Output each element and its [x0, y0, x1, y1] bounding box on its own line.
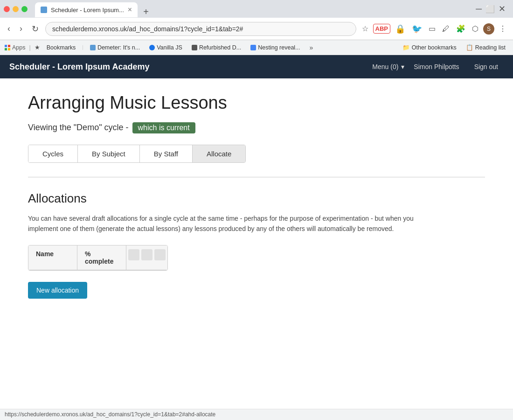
minimize-button[interactable]	[13, 6, 19, 12]
screenshare-icon[interactable]: ⬡	[470, 22, 480, 35]
signout-button[interactable]: Sign out	[469, 59, 504, 74]
new-allocation-button[interactable]: New allocation	[28, 282, 87, 299]
menu-dropdown-icon: ▾	[401, 63, 404, 70]
tab-allocate[interactable]: Allocate	[193, 145, 245, 162]
reading-list-label: Reading list	[475, 44, 506, 51]
status-url: https://schedulerdemo.xronos.uk/ad_hoc_d…	[5, 411, 215, 418]
bookmarks-overflow[interactable]: »	[307, 43, 316, 52]
col-actions-header	[126, 245, 167, 270]
bookmark-demeter-label: Demeter: It's n...	[97, 44, 140, 51]
bookmark-nesting[interactable]: Nesting reveal...	[248, 43, 303, 52]
bookmark-nesting-label: Nesting reveal...	[258, 44, 300, 51]
action-btn-2[interactable]	[141, 249, 153, 260]
reading-list-folder[interactable]: 📋 Reading list	[463, 43, 508, 52]
cycle-badge: which is current	[132, 122, 195, 133]
extension-icon-2[interactable]: 🐦	[410, 22, 424, 36]
address-input[interactable]	[45, 22, 356, 36]
back-button[interactable]: ‹	[5, 23, 13, 35]
demeter-icon	[90, 45, 96, 50]
allocations-table: Name % complete	[28, 245, 168, 271]
user-name: Simon Philpotts	[414, 63, 459, 70]
maximize-button[interactable]	[21, 6, 28, 12]
toolbar-icons: ☆ ABP 🔒 🐦 ▭ 🖊 🧩 ⬡ S ⋮	[360, 22, 508, 36]
tab-bar: Scheduler - Lorem Ipsum... × +	[31, 0, 472, 17]
tab-favicon	[41, 7, 47, 13]
nesting-icon	[250, 45, 256, 50]
bookmark-refurbished[interactable]: Refurbished D...	[189, 43, 244, 52]
extension-icon-3[interactable]: 🖊	[440, 23, 451, 35]
reading-list-icon: 📋	[466, 44, 473, 51]
apps-button[interactable]: Apps	[5, 44, 26, 51]
tab-by-subject[interactable]: By Subject	[78, 145, 140, 162]
menu-dropdown[interactable]: Menu (0) ▾	[372, 63, 404, 70]
main-content: Arranging Music Lessons Viewing the "Dem…	[0, 78, 513, 313]
bm-divider-1: |	[82, 45, 83, 50]
action-btn-1[interactable]	[128, 249, 139, 260]
bookmark-vanilla-js-label: Vanilla JS	[157, 44, 182, 51]
restore-win-icon[interactable]: ⬜	[485, 5, 495, 14]
extensions-icon[interactable]: 🧩	[454, 22, 467, 35]
other-bookmarks-folder[interactable]: 📁 Other bookmarks	[400, 43, 459, 52]
other-bookmarks-label: Other bookmarks	[412, 44, 457, 51]
action-btn-3[interactable]	[154, 249, 166, 260]
menu-icon[interactable]: ⋮	[497, 22, 508, 35]
avatar-icon[interactable]: S	[483, 23, 494, 35]
close-button[interactable]	[4, 6, 10, 12]
allocations-title: Allocations	[28, 191, 485, 206]
address-bar: ‹ › ↻ ☆ ABP 🔒 🐦 ▭ 🖊 🧩 ⬡ S ⋮	[0, 18, 513, 40]
title-bar: Scheduler - Lorem Ipsum... × + ─ ⬜ ✕	[0, 0, 513, 18]
vanilla-js-icon	[149, 45, 155, 50]
col-name-header: Name	[28, 245, 77, 270]
allocations-description: You can have several draft allocations f…	[28, 213, 434, 234]
status-bar: https://schedulerdemo.xronos.uk/ad_hoc_d…	[0, 409, 513, 420]
page-heading: Arranging Music Lessons	[28, 92, 485, 114]
menu-label: Menu (0)	[372, 63, 398, 70]
app-header: Scheduler - Lorem Ipsum Academy Menu (0)…	[0, 55, 513, 78]
bookmarks-star-icon: ★	[35, 44, 40, 51]
tab-by-staff[interactable]: By Staff	[140, 145, 193, 162]
minimize-win-icon[interactable]: ─	[476, 4, 482, 14]
table-header: Name % complete	[28, 245, 167, 270]
refurbished-icon	[192, 45, 197, 50]
window-controls	[4, 6, 28, 12]
cast-icon[interactable]: ▭	[427, 22, 437, 35]
cycle-info: Viewing the "Demo" cycle - which is curr…	[28, 122, 485, 133]
bookmark-refurbished-label: Refurbished D...	[199, 44, 241, 51]
apps-label: Apps	[12, 44, 26, 51]
new-tab-button[interactable]: +	[139, 7, 153, 17]
page-tabs: Cycles By Subject By Staff Allocate	[28, 145, 246, 163]
bookmarks-bar: Apps | ★ Bookmarks | Demeter: It's n... …	[0, 40, 513, 55]
section-divider	[28, 177, 485, 177]
folder-icon: 📁	[402, 44, 410, 51]
bookmarks-right: 📁 Other bookmarks 📋 Reading list	[400, 43, 508, 52]
reload-button[interactable]: ↻	[29, 23, 42, 35]
active-tab[interactable]: Scheduler - Lorem Ipsum... ×	[35, 2, 138, 17]
cycle-prefix: Viewing the "Demo" cycle -	[28, 123, 129, 133]
tab-title: Scheduler - Lorem Ipsum...	[51, 7, 124, 14]
app-title: Scheduler - Lorem Ipsum Academy	[9, 62, 372, 72]
abp-icon[interactable]: ABP	[373, 24, 390, 34]
forward-button[interactable]: ›	[17, 23, 25, 35]
tab-close-icon[interactable]: ×	[128, 6, 132, 14]
bookmark-vanilla-js[interactable]: Vanilla JS	[146, 43, 185, 52]
bookmarks-separator: |	[29, 44, 31, 51]
bookmark-bookmarks[interactable]: Bookmarks	[44, 43, 79, 52]
extension-icon-1[interactable]: 🔒	[393, 22, 407, 36]
bookmark-bookmarks-label: Bookmarks	[47, 44, 76, 51]
tab-cycles[interactable]: Cycles	[28, 145, 78, 162]
col-pct-header: % complete	[77, 245, 126, 270]
header-nav: Menu (0) ▾ Simon Philpotts Sign out	[372, 59, 504, 74]
bookmark-star-icon[interactable]: ☆	[360, 22, 370, 35]
close-win-icon[interactable]: ✕	[499, 4, 506, 14]
bookmark-demeter[interactable]: Demeter: It's n...	[87, 43, 143, 52]
